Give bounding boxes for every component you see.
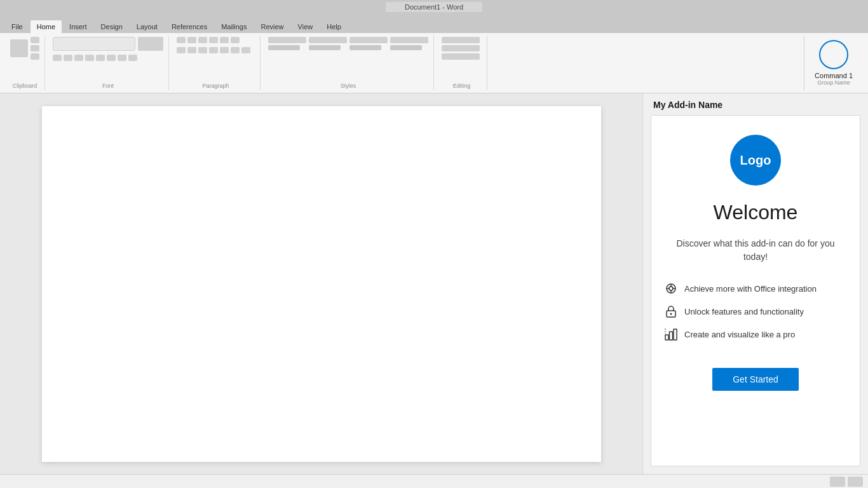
main-area: My Add-in Name Logo Welcome Discover wha… xyxy=(0,93,868,474)
logo-text: Logo xyxy=(740,153,771,168)
svg-point-1 xyxy=(669,287,673,290)
tab-help[interactable]: Help xyxy=(320,20,348,33)
status-btn-1[interactable] xyxy=(830,477,845,487)
font-label: Font xyxy=(102,81,114,89)
svg-rect-8 xyxy=(665,335,668,340)
tab-insert[interactable]: Insert xyxy=(63,20,93,33)
underline-button[interactable] xyxy=(74,55,83,61)
tab-mailings[interactable]: Mailings xyxy=(215,20,253,33)
ribbon-command-group[interactable]: Command 1 Group Name xyxy=(804,36,863,90)
bullets-button[interactable] xyxy=(177,37,186,43)
feature-list: Achieve more with Office integration Unl… xyxy=(664,281,847,350)
logo-circle: Logo xyxy=(730,135,781,186)
paragraph-label: Paragraph xyxy=(202,81,229,89)
format-painter[interactable] xyxy=(31,53,39,60)
sidebar: My Add-in Name Logo Welcome Discover wha… xyxy=(642,93,868,474)
align-left[interactable] xyxy=(177,47,186,53)
style-h1-label xyxy=(309,45,341,50)
feature-item-3: Create and visualize like a pro xyxy=(664,327,847,341)
title-bar: Document1 - Word xyxy=(0,0,868,14)
tab-layout[interactable]: Layout xyxy=(130,20,164,33)
sidebar-header: My Add-in Name xyxy=(643,93,868,115)
style-normal[interactable] xyxy=(268,37,306,43)
editing-label: Editing xyxy=(453,81,471,89)
align-right[interactable] xyxy=(198,47,207,53)
ribbon-clipboard: Clipboard xyxy=(5,36,45,90)
outdent-button[interactable] xyxy=(198,37,207,43)
lock-icon xyxy=(664,304,678,318)
ribbon-font: Font xyxy=(48,36,169,90)
superscript-button[interactable] xyxy=(107,55,116,61)
align-center[interactable] xyxy=(187,47,196,53)
style-normal-label xyxy=(268,45,300,50)
align-justify[interactable] xyxy=(209,47,218,53)
ribbon-paragraph: Paragraph xyxy=(172,36,261,90)
feature-item-2: Unlock features and functionality xyxy=(664,304,847,318)
copy-button[interactable] xyxy=(31,45,39,51)
tab-design[interactable]: Design xyxy=(95,20,129,33)
chart-icon xyxy=(664,327,678,341)
select-button[interactable] xyxy=(442,53,480,60)
title-bar-text: Document1 - Word xyxy=(386,2,482,12)
status-bar xyxy=(0,474,868,488)
replace-button[interactable] xyxy=(442,45,480,51)
numbering-button[interactable] xyxy=(187,37,196,43)
status-btn-2[interactable] xyxy=(848,477,863,487)
line-spacing[interactable] xyxy=(220,47,229,53)
welcome-title: Welcome xyxy=(714,201,798,224)
command-circle xyxy=(819,40,848,69)
styles-label: Styles xyxy=(341,81,356,89)
font-selector[interactable] xyxy=(53,37,135,51)
tab-file[interactable]: File xyxy=(5,20,29,33)
tab-references[interactable]: References xyxy=(165,20,214,33)
ribbon-styles: Styles xyxy=(263,36,434,90)
tab-home[interactable]: Home xyxy=(31,20,62,33)
feature-text-2: Unlock features and functionality xyxy=(684,307,804,316)
subscript-button[interactable] xyxy=(96,55,105,61)
font-size[interactable] xyxy=(138,37,163,51)
clipboard-label: Clipboard xyxy=(13,81,37,89)
borders-button[interactable] xyxy=(241,47,250,53)
ribbon-tabs: File Home Insert Design Layout Reference… xyxy=(0,14,868,33)
cut-button[interactable] xyxy=(31,37,39,43)
italic-button[interactable] xyxy=(64,55,72,61)
find-button[interactable] xyxy=(442,37,480,43)
get-started-button[interactable]: Get Started xyxy=(712,368,799,391)
highlight-button[interactable] xyxy=(128,55,137,61)
indent-button[interactable] xyxy=(209,37,218,43)
strikethrough-button[interactable] xyxy=(85,55,94,61)
shading-button[interactable] xyxy=(231,47,240,53)
style-h2[interactable] xyxy=(349,37,388,43)
sidebar-card: Logo Welcome Discover what this add-in c… xyxy=(651,115,860,466)
showmarks-button[interactable] xyxy=(231,37,240,43)
style-title[interactable] xyxy=(390,37,428,43)
svg-rect-9 xyxy=(670,332,673,340)
command-label: Command 1 xyxy=(815,72,853,79)
fontcolor-button[interactable] xyxy=(118,55,126,61)
feature-text-1: Achieve more with Office integration xyxy=(684,284,817,294)
ribbon: Clipboard Font xyxy=(0,33,868,93)
ribbon-editing: Editing xyxy=(437,36,487,90)
group-name-label: Group Name xyxy=(817,79,850,86)
style-h2-label xyxy=(349,45,381,50)
tab-view[interactable]: View xyxy=(292,20,320,33)
style-h1[interactable] xyxy=(309,37,347,43)
sort-button[interactable] xyxy=(220,37,229,43)
svg-rect-10 xyxy=(674,329,677,340)
integration-icon xyxy=(664,281,678,295)
document-area xyxy=(0,93,642,474)
tab-review[interactable]: Review xyxy=(255,20,290,33)
svg-point-7 xyxy=(670,313,672,315)
document-page xyxy=(42,106,601,462)
command-circle-inner xyxy=(822,43,845,66)
bold-button[interactable] xyxy=(53,55,62,61)
feature-item-1: Achieve more with Office integration xyxy=(664,281,847,295)
welcome-desc: Discover what this add-in can do for you… xyxy=(664,237,847,264)
paste-button[interactable] xyxy=(10,39,28,57)
style-title-label xyxy=(390,45,422,50)
feature-text-3: Create and visualize like a pro xyxy=(684,330,795,339)
